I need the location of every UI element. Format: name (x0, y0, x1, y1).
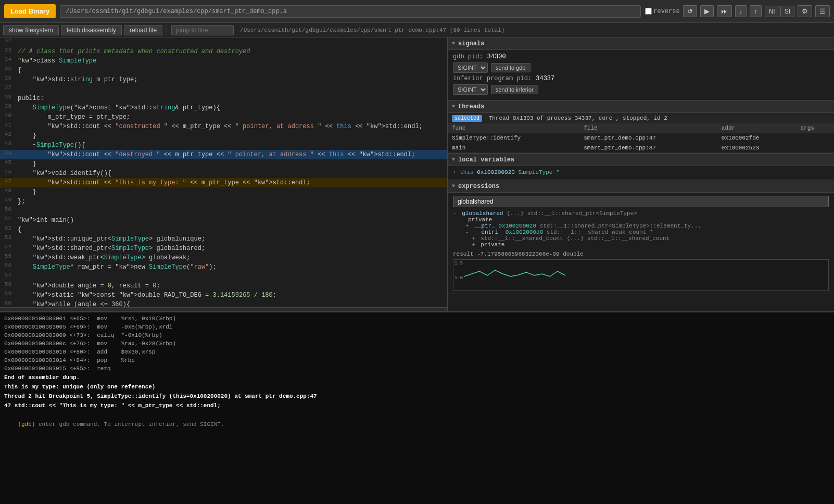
expressions-title: expressions (458, 183, 499, 190)
line-number: 51 (0, 216, 16, 225)
table-row: 50 (0, 206, 447, 216)
code-line-content: }; (16, 197, 447, 206)
expressions-triangle: ▼ (452, 183, 455, 189)
expr-root: - globalshared {...} std::__1::shared_pt… (453, 210, 829, 217)
table-row: 35{ (0, 66, 447, 75)
reverse-checkbox[interactable] (645, 8, 652, 15)
thread-cell-addr[interactable]: 0x100002523 (717, 143, 797, 153)
local-item-this: + this 0x100200020 SimpleType * (453, 169, 829, 175)
line-number: 44 (0, 150, 16, 159)
threads-content: selected Thread 0x1303 of process 34337,… (448, 113, 834, 153)
code-line-content: SimpleType("kw">const "kw">std::string& … (16, 103, 447, 112)
code-line-content: "kw">while (angle <= 360){ (16, 300, 447, 307)
line-number: 35 (0, 66, 16, 75)
table-row: 37 (0, 84, 447, 94)
send-to-inferior-button[interactable]: send to inferior (491, 85, 538, 94)
ni-button[interactable]: NI (765, 6, 779, 17)
table-row: 52{ (0, 225, 447, 234)
refresh-button[interactable]: ↺ (683, 5, 697, 17)
code-line-content: { (16, 225, 447, 234)
line-number: 42 (0, 131, 16, 141)
locals-header[interactable]: ▼ local variables (448, 154, 834, 166)
ni-si-group: NI SI (765, 6, 794, 17)
expressions-section: ▼ expressions - globalshared {...} std::… (448, 180, 834, 294)
gdb-prompt-line: (gdb) enter gdb command. To interrupt in… (4, 410, 830, 438)
expr-private1: - private (453, 217, 829, 223)
right-panel: ▼ signals gdb pid: 34300 SIGINT send to … (448, 37, 834, 311)
step-up-button[interactable]: ↑ (750, 5, 762, 17)
line-number: 59 (0, 291, 16, 300)
asm-line: 0x0000000100003005 <+69>: mov -0x8(%rbp)… (4, 323, 830, 331)
signals-header[interactable]: ▼ signals (448, 37, 834, 50)
thread-cell-addr[interactable]: 0x100002fde (717, 133, 797, 143)
line-number: 39 (0, 103, 16, 112)
thread-cell-args (796, 143, 834, 153)
code-line-content: "kw">std::cout << "constructed " << m_pt… (16, 122, 447, 131)
line-number: 55 (0, 253, 16, 262)
code-line-content: "kw">class SimpleType (16, 56, 447, 66)
code-line-content: { (16, 66, 447, 75)
table-row: 47 "kw">std::cout << "This is my type: "… (0, 178, 447, 187)
send-to-gdb-button[interactable]: send to gdb (491, 63, 530, 72)
result-number: -7.17958605968322366e-09 (477, 251, 559, 257)
menu-button[interactable]: ☰ (815, 5, 830, 17)
table-row: 46 "kw">void identify(){ (0, 169, 447, 178)
gdb-pid-label: gdb pid: (453, 53, 483, 60)
table-row: 32 (0, 37, 447, 47)
col-func: func (448, 123, 579, 133)
table-row: 40 m_ptr_type = ptr_type; (0, 112, 447, 122)
jump-to-line-input[interactable] (171, 25, 234, 35)
code-line-content (16, 206, 447, 216)
terminal-message: Thread 2 hit Breakpoint 5, SimpleType::i… (4, 392, 830, 401)
line-number: 46 (0, 169, 16, 178)
terminal-message: End of assembler dump. (4, 373, 830, 382)
show-filesystem-button[interactable]: show filesystem (3, 25, 59, 35)
line-number: 38 (0, 94, 16, 103)
table-row: 56 SimpleType* raw_ptr = "kw">new Simple… (0, 262, 447, 272)
table-row: 36 "kw">std::string m_ptr_type; (0, 75, 447, 84)
code-line-content: } (16, 159, 447, 169)
line-number: 32 (0, 37, 16, 47)
gear-button[interactable]: ⚙ (798, 5, 812, 17)
signals-section: ▼ signals gdb pid: 34300 SIGINT send to … (448, 37, 834, 100)
code-line-content (16, 37, 447, 47)
table-row: 49}; (0, 197, 447, 206)
thread-detail: Thread 0x1303 of process 34337, core , s… (489, 115, 667, 121)
gdb-pid-row: gdb pid: 34300 (453, 53, 829, 60)
expr-shared-count: + std::__1::__shared_count {...} std::__… (453, 235, 829, 242)
terminal-message: 47 std::cout << "This is my type: " << m… (4, 401, 830, 410)
line-number: 45 (0, 159, 16, 169)
chart-svg (464, 261, 568, 289)
messages-container: End of assembler dump.This is my type: u… (4, 373, 830, 410)
expression-input[interactable] (453, 196, 829, 207)
play-button[interactable]: ▶ (700, 5, 714, 17)
table-row: 45 } (0, 159, 447, 169)
horizontal-scrollbar[interactable] (0, 307, 447, 311)
step-over-button[interactable]: ⏭ (717, 5, 732, 17)
code-content[interactable]: 3233// A class that prints metadata when… (0, 37, 447, 307)
table-row: 42 } (0, 131, 447, 141)
bottom-panel[interactable]: 0x0000000100003001 <+65>: mov %rsi,-0x10… (0, 311, 834, 504)
load-binary-button[interactable]: Load Binary (4, 4, 56, 18)
reverse-label: reverse (645, 8, 679, 15)
col-args: args (796, 123, 834, 133)
code-line-content: // A class that prints metadata when con… (16, 47, 447, 56)
si-button[interactable]: SI (780, 6, 794, 17)
selected-badge: selected (452, 115, 482, 122)
gdb-signal-select[interactable]: SIGINT (453, 62, 488, 73)
inferior-signal-select[interactable]: SIGINT (453, 84, 488, 95)
code-line-content: "kw">std::shared_ptr<SimpleType> globals… (16, 244, 447, 253)
locals-triangle: ▼ (452, 157, 455, 162)
threads-header[interactable]: ▼ threads (448, 100, 834, 113)
reload-file-button[interactable]: reload file (124, 25, 162, 35)
step-down-button[interactable]: ↓ (735, 5, 747, 17)
table-row: 41 "kw">std::cout << "constructed " << m… (0, 122, 447, 131)
expressions-header[interactable]: ▼ expressions (448, 180, 834, 193)
gdb-pid-value: 34300 (487, 53, 506, 60)
table-row: 51"kw">int main() (0, 216, 447, 225)
fetch-disassembly-button[interactable]: fetch disassembly (61, 25, 122, 35)
asm-lines-container: 0x0000000100003001 <+65>: mov %rsi,-0x10… (4, 314, 830, 373)
line-number: 37 (0, 84, 16, 94)
thread-cell-args (796, 133, 834, 143)
divider (167, 25, 167, 35)
